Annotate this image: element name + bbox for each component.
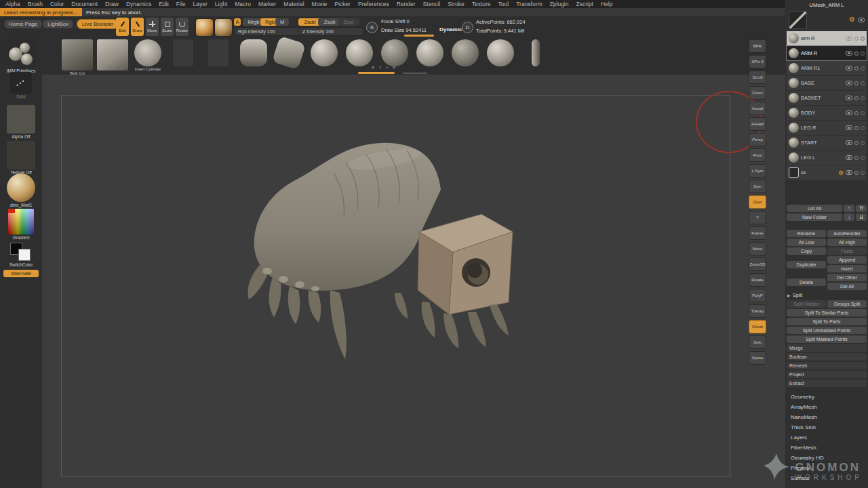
all-high-button[interactable]: All High (827, 239, 867, 246)
uv-toggle-icon[interactable] (861, 171, 865, 175)
right-shelf-button[interactable]: Scroll (749, 70, 766, 84)
menu-item[interactable]: Render (397, 1, 416, 7)
uv-toggle-icon[interactable] (861, 126, 865, 130)
subpalette-header[interactable]: Remesh (787, 362, 867, 369)
insert-mesh-item[interactable] (309, 39, 339, 72)
active-tool-thumbnail[interactable] (789, 11, 807, 29)
menu-item[interactable]: Movie (312, 1, 328, 7)
insert-mesh-item[interactable] (203, 39, 233, 72)
menu-item[interactable]: Light (215, 1, 227, 7)
page-last-icon[interactable]: » (393, 64, 395, 70)
del-other-button[interactable]: Del Other (827, 274, 867, 281)
rename-button[interactable]: Rename (787, 230, 826, 237)
page-prev-icon[interactable]: ‹ (379, 64, 381, 70)
gear-icon[interactable]: ⚙ (849, 16, 855, 23)
right-shelf-button[interactable]: PolyF (749, 289, 766, 302)
zcut-button[interactable]: Zcut (338, 18, 359, 26)
copy-button[interactable]: Copy (787, 247, 826, 255)
menu-item[interactable]: Stencil (423, 1, 441, 7)
polypaint-toggle-icon[interactable] (854, 52, 859, 56)
rotate-button[interactable]: Rotate (176, 18, 189, 36)
insert-mesh-item[interactable] (415, 39, 445, 72)
menu-item[interactable]: Material (283, 1, 304, 7)
split-section-header[interactable]: ▶ Split (787, 291, 867, 299)
right-shelf-button[interactable]: Xpose (749, 351, 766, 365)
polypaint-toggle-icon[interactable] (854, 156, 859, 160)
eye-icon[interactable] (846, 66, 852, 70)
right-shelf-button[interactable]: Zoom (749, 86, 766, 100)
polypaint-toggle-icon[interactable] (854, 171, 859, 175)
right-shelf-button[interactable]: Transp (749, 304, 766, 318)
polypaint-toggle-icon[interactable] (854, 126, 859, 130)
page-first-icon[interactable]: « (372, 64, 374, 70)
subpalette-header[interactable]: Extract (787, 380, 867, 387)
uv-toggle-icon[interactable] (861, 156, 865, 160)
right-shelf-button[interactable]: AAHalf (749, 117, 766, 131)
uv-toggle-icon[interactable] (861, 52, 865, 56)
m-button[interactable]: M (275, 18, 289, 26)
palette-section[interactable]: FiberMesh (791, 445, 865, 451)
right-shelf-button[interactable]: Frame (749, 226, 766, 240)
menu-item[interactable]: Macro (235, 1, 251, 7)
right-shelf-button[interactable]: Floor (749, 148, 766, 162)
edit-button[interactable]: Edit (116, 18, 129, 36)
del-all-button[interactable]: Del All (827, 283, 867, 290)
subtool-row[interactable]: ARM R ⚙ (787, 46, 867, 60)
menu-item[interactable]: Draw (105, 1, 119, 7)
material-thumbnail-2[interactable] (214, 18, 233, 37)
page-next-icon[interactable]: › (386, 64, 388, 70)
current-stroke-widget[interactable]: ••• Dots (0, 72, 42, 99)
split-option-button[interactable]: Split To Similar Parts (787, 309, 867, 317)
menu-item[interactable]: Brush (28, 1, 43, 7)
live-boolean-button[interactable]: Live Boolean (77, 19, 119, 29)
right-shelf-button[interactable]: Rotate (749, 273, 766, 287)
current-texture-widget[interactable]: Texture Off (0, 141, 42, 175)
menu-item[interactable]: Tool (498, 1, 509, 7)
alternate-button[interactable]: Alternate (3, 270, 39, 277)
right-shelf-button[interactable]: Actual (749, 102, 766, 115)
menu-item[interactable]: Transform (516, 1, 542, 7)
subtool-row[interactable]: BODY ⚙ (787, 106, 867, 120)
insert-mesh-item[interactable] (98, 39, 127, 76)
stroke-badge-icon[interactable]: S (366, 22, 378, 33)
eye-icon[interactable] (846, 110, 852, 115)
auto-button[interactable]: A (234, 18, 241, 26)
menu-item[interactable]: Zscript (576, 1, 593, 7)
menu-item[interactable]: Color (50, 1, 64, 7)
menu-item[interactable]: Dynamics (126, 1, 151, 7)
groups-split-button[interactable]: Groups Split (827, 300, 867, 308)
palette-section[interactable]: Geometry (791, 394, 865, 400)
eye-icon[interactable] (846, 125, 852, 130)
subpalette-header[interactable]: Merge (787, 344, 867, 352)
uv-toggle-icon[interactable] (861, 111, 865, 115)
menu-item[interactable]: Preferences (358, 1, 389, 7)
move-bottom-icon[interactable]: ⇊ (856, 214, 867, 221)
duplicate-button[interactable]: Duplicate (787, 261, 826, 268)
palette-section[interactable]: Thick Skin (791, 424, 865, 430)
right-shelf-button[interactable]: Zoom3D (749, 258, 766, 271)
append-button[interactable]: Append (827, 256, 867, 264)
subtool-row[interactable]: sk ⚙ (787, 165, 867, 180)
new-folder-button[interactable]: New Folder (787, 214, 842, 221)
insert-button[interactable]: Insert (827, 265, 867, 272)
eye-icon[interactable] (846, 36, 852, 41)
split-option-button[interactable]: Split To Parts (787, 318, 867, 325)
move-top-icon[interactable]: ⇈ (856, 205, 867, 212)
menu-item[interactable]: Marker (258, 1, 276, 7)
dynamic-badge-icon[interactable]: D (462, 22, 473, 33)
palette-section[interactable]: Preview (791, 465, 865, 471)
current-brush-widget[interactable]: IMM Primitives (0, 39, 42, 73)
palette-section[interactable]: Surface (791, 475, 865, 481)
right-shelf-button[interactable]: Solo (749, 336, 766, 349)
menu-item[interactable]: Help (601, 1, 612, 7)
right-shelf-button[interactable]: BPR (749, 39, 766, 53)
polypaint-toggle-icon[interactable] (854, 81, 859, 85)
draw-size-track[interactable] (404, 35, 434, 37)
insert-mesh-item[interactable]: Insert Cylinder (133, 39, 163, 72)
insert-mesh-item[interactable] (168, 39, 198, 72)
palette-section[interactable]: NanoMesh (791, 414, 865, 420)
subpalette-header[interactable]: Boolean (787, 353, 867, 361)
menu-item[interactable]: Alpha (5, 1, 20, 7)
subtool-row[interactable]: BASE ⚙ (787, 76, 867, 90)
move-button[interactable]: Move (146, 18, 159, 36)
